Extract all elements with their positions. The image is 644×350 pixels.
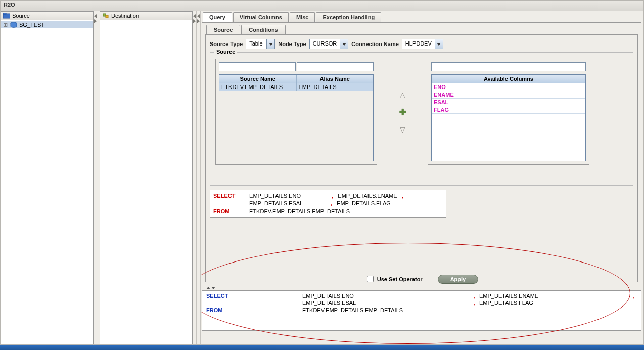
source-fieldset-legend: Source (214, 49, 237, 55)
dest-icon (102, 13, 109, 19)
right-gutter[interactable] (197, 11, 201, 344)
chevron-down-icon[interactable] (435, 39, 443, 49)
from-keyword: FROM (213, 208, 248, 215)
tree-node-sgtest[interactable]: ⊞ SG_TEST (1, 21, 93, 28)
alias-name-filter-input[interactable] (297, 62, 374, 71)
source-fieldset: Source Source Name (210, 52, 633, 186)
apply-button[interactable]: Apply (438, 275, 479, 284)
source-tree-header: Source (1, 12, 93, 20)
list-item[interactable]: ENO (432, 83, 585, 91)
source-tree-panel: Source ⊞ SG_TEST (1, 11, 94, 344)
sql-from-clause: ETKDEV.EMP_DETAILS EMP_DETAILS (249, 208, 350, 214)
connection-name-combo[interactable]: HLPDDEV (402, 39, 443, 49)
sql-col: EMP_DETAILS.ENAME (338, 193, 397, 199)
sql-col: EMP_DETAILS.ENAME (479, 293, 631, 299)
use-set-operator-checkbox[interactable]: Use Set Operator (365, 274, 423, 284)
pane-drag-handle[interactable] (206, 287, 215, 289)
sql-col: EMP_DETAILS.ENO (249, 193, 301, 199)
source-name-filter-input[interactable] (219, 62, 296, 71)
db-icon (10, 22, 17, 28)
list-item[interactable]: ESAL (432, 99, 585, 106)
chevron-down-icon[interactable] (266, 39, 274, 49)
node-type-label: Node Type (278, 41, 306, 47)
move-up-icon[interactable]: △ (400, 91, 405, 98)
source-grid: Source Name Alias Name ETKDEV.EMP_DETAIL… (215, 59, 377, 165)
sql-preview: SELECT EMP_DETAILS.ENO , EMP_DETAILS.ENA… (210, 190, 446, 218)
sql-col: EMP_DETAILS.FLAG (337, 200, 391, 206)
destination-tree-panel: Destination (100, 11, 193, 344)
top-tabstrip: Query Virtual Columns Misc Exception Han… (201, 11, 642, 22)
node-type-value: CURSOR (310, 39, 340, 49)
expand-icon[interactable]: ⊞ (3, 22, 8, 28)
svg-rect-4 (106, 15, 108, 18)
add-icon[interactable]: ✚ (399, 107, 406, 117)
source-type-combo[interactable]: Table (246, 39, 275, 49)
col-header-alias-name[interactable]: Alias Name (297, 75, 374, 83)
folder-icon (3, 13, 10, 19)
select-keyword: SELECT (213, 192, 248, 200)
move-down-icon[interactable]: ▽ (400, 126, 405, 133)
available-columns-grid: Available Columns ENO ENAME ESAL FLAG (428, 59, 589, 165)
source-tree-header-label: Source (12, 13, 30, 19)
comma: , (469, 293, 479, 299)
source-type-value: Table (246, 39, 266, 49)
comma: , (469, 300, 479, 306)
destination-tree-header-label: Destination (111, 13, 139, 19)
list-item[interactable]: FLAG (432, 106, 585, 114)
tree-node-label: SG_TEST (19, 22, 44, 28)
svg-rect-1 (3, 13, 6, 14)
node-type-combo[interactable]: CURSOR (309, 39, 349, 49)
move-buttons: △ ✚ ▽ (387, 59, 418, 165)
list-item[interactable]: ENAME (432, 91, 585, 99)
sql-col: EMP_DETAILS.ENO (302, 293, 469, 299)
connection-name-label: Connection Name (351, 41, 399, 47)
subtab-conditions[interactable]: Conditions (241, 25, 285, 34)
tab-misc[interactable]: Misc (290, 12, 315, 22)
sub-tabstrip: Source Conditions (202, 23, 641, 34)
comma: , (631, 293, 637, 299)
sql-col: EMP_DETAILS.ESAL (249, 200, 303, 206)
splitter-2[interactable] (193, 11, 196, 344)
col-header-source-name[interactable]: Source Name (219, 75, 297, 83)
subtab-source[interactable]: Source (206, 25, 240, 34)
cell-alias-name: EMP_DETAILS (297, 83, 374, 91)
destination-tree-header: Destination (100, 12, 192, 20)
select-keyword: SELECT (206, 293, 302, 299)
tab-query[interactable]: Query (203, 12, 232, 22)
window-title: R2O (0, 0, 644, 11)
final-sql-pane: SELECT EMP_DETAILS.ENO , EMP_DETAILS.ENA… (202, 290, 641, 331)
col-header-available-columns[interactable]: Available Columns (431, 74, 586, 83)
sql-col: EMP_DETAILS.ESAL (302, 300, 469, 306)
tab-virtual-columns[interactable]: Virtual Columns (233, 12, 289, 22)
svg-rect-3 (103, 14, 106, 16)
sql-col: EMP_DETAILS.FLAG (479, 300, 631, 306)
from-keyword: FROM (206, 307, 302, 313)
columns-filter-input[interactable] (431, 62, 586, 71)
use-set-operator-label: Use Set Operator (377, 276, 423, 282)
splitter-1[interactable] (94, 11, 97, 344)
source-type-label: Source Type (210, 41, 243, 47)
table-row[interactable]: ETKDEV.EMP_DETAILS EMP_DETAILS (219, 83, 373, 91)
tab-exception-handling[interactable]: Exception Handling (316, 12, 381, 22)
use-set-operator-input[interactable] (367, 276, 374, 282)
status-bar (0, 345, 644, 350)
cell-source-name: ETKDEV.EMP_DETAILS (219, 83, 297, 91)
chevron-down-icon[interactable] (340, 39, 348, 49)
sql-from-clause: ETKDEV.EMP_DETAILS EMP_DETAILS (302, 307, 637, 313)
connection-name-value: HLPDDEV (402, 39, 435, 49)
